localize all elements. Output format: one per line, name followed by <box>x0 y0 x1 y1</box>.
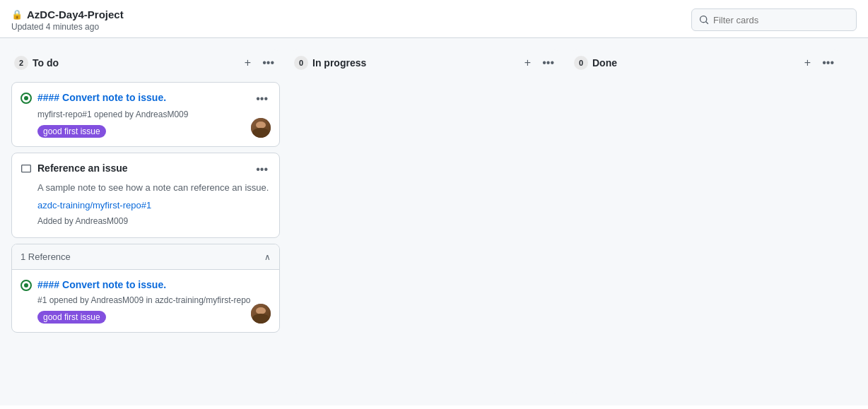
todo-add-button[interactable]: + <box>242 56 254 70</box>
inprogress-menu-button[interactable]: ••• <box>539 55 557 71</box>
inprogress-add-button[interactable]: + <box>522 56 534 70</box>
done-add-button[interactable]: + <box>802 56 814 70</box>
header-left: 🔒 AzDC-Day4-Project Updated 4 minutes ag… <box>11 8 124 32</box>
ref-card-label: good first issue <box>37 311 106 324</box>
column-inprogress: 0 In progress + ••• <box>291 49 560 394</box>
issue-card-1-label: good first issue <box>37 125 106 138</box>
page-header: 🔒 AzDC-Day4-Project Updated 4 minutes ag… <box>0 0 868 38</box>
note-card-1-title: Reference an issue <box>37 162 128 176</box>
page-title: AzDC-Day4-Project <box>27 8 124 20</box>
inprogress-count: 0 <box>294 56 308 70</box>
column-done-header: 0 Done + ••• <box>571 49 840 76</box>
issue-card-1: #### Convert note to issue. ••• myfirst-… <box>11 82 280 147</box>
avatar-img <box>251 118 271 138</box>
reference-count: 1 Reference <box>20 251 71 262</box>
todo-actions: + ••• <box>242 55 277 71</box>
done-actions: + ••• <box>802 55 837 71</box>
issue-card-1-title[interactable]: #### Convert note to issue. <box>37 91 166 105</box>
todo-title: To do <box>33 57 237 69</box>
issue-card-1-menu[interactable]: ••• <box>253 91 271 107</box>
issue-icon-inner <box>24 96 28 100</box>
note-card-1-menu[interactable]: ••• <box>253 162 271 177</box>
note-card-1-top: Reference an issue ••• <box>20 162 271 177</box>
last-updated: Updated 4 minutes ago <box>11 22 124 32</box>
search-icon <box>699 15 709 25</box>
issue-card-1-meta: myfirst-repo#1 opened by AndreasM009 <box>37 109 271 119</box>
column-todo-header: 2 To do + ••• <box>11 49 280 76</box>
done-title: Done <box>592 57 797 69</box>
ref-card-top: #### Convert note to issue. <box>20 278 271 292</box>
filter-bar[interactable] <box>691 8 857 31</box>
filter-input[interactable] <box>713 15 849 25</box>
ref-card-title-row: #### Convert note to issue. <box>20 278 271 292</box>
ref-avatar-img <box>251 304 271 324</box>
issue-card-1-top: #### Convert note to issue. ••• <box>20 91 271 107</box>
ref-card-meta: #1 opened by AndreasM009 in azdc-trainin… <box>37 295 271 305</box>
inprogress-actions: + ••• <box>522 55 557 71</box>
board: 2 To do + ••• #### Convert note to issue… <box>0 38 868 405</box>
reference-card-1: #### Convert note to issue. #1 opened by… <box>12 270 279 332</box>
page-title-row: 🔒 AzDC-Day4-Project <box>11 8 124 20</box>
note-card-1-title-row: Reference an issue <box>20 162 247 176</box>
reference-section: 1 Reference ∧ #### Convert note to issue… <box>11 244 280 333</box>
note-card-1-added-by: Added by AndreasM009 <box>37 216 271 226</box>
inprogress-title: In progress <box>312 57 517 69</box>
done-count: 0 <box>574 56 588 70</box>
lock-icon: 🔒 <box>11 9 23 20</box>
ref-issue-open-icon <box>20 280 32 291</box>
issue-card-1-avatar <box>251 118 271 138</box>
issue-open-icon <box>20 93 32 104</box>
ref-issue-icon-inner <box>24 283 28 288</box>
column-todo: 2 To do + ••• #### Convert note to issue… <box>11 49 280 394</box>
done-menu-button[interactable]: ••• <box>819 55 837 71</box>
ref-card-title[interactable]: #### Convert note to issue. <box>37 278 166 292</box>
todo-cards: #### Convert note to issue. ••• myfirst-… <box>11 82 280 333</box>
todo-count: 2 <box>14 56 28 70</box>
reference-header[interactable]: 1 Reference ∧ <box>12 244 279 270</box>
ref-card-avatar <box>251 304 271 324</box>
chevron-up-icon: ∧ <box>264 252 271 262</box>
note-icon <box>20 163 32 174</box>
issue-card-1-title-row: #### Convert note to issue. <box>20 91 247 105</box>
note-card-1-body: A sample note to see how a note can refe… <box>37 182 271 194</box>
note-card-1: Reference an issue ••• A sample note to … <box>11 153 280 238</box>
column-inprogress-header: 0 In progress + ••• <box>291 49 560 76</box>
note-card-1-link[interactable]: azdc-training/myfirst-repo#1 <box>37 200 271 211</box>
column-done: 0 Done + ••• <box>571 49 840 394</box>
todo-menu-button[interactable]: ••• <box>259 55 277 71</box>
